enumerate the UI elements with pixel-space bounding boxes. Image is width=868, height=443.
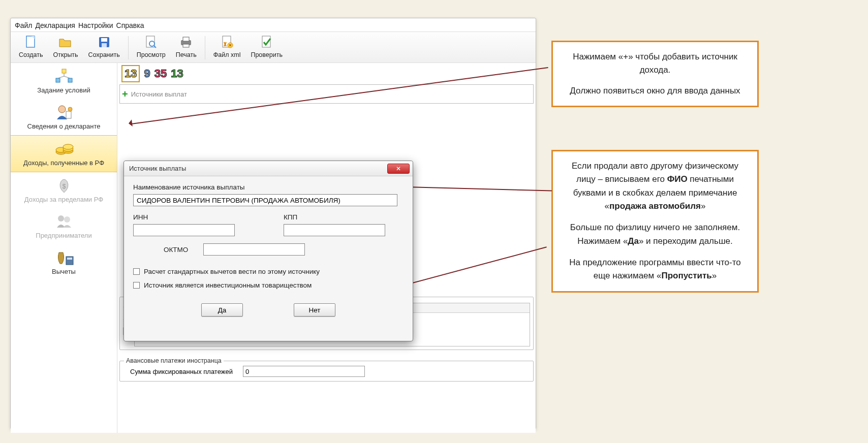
coins-icon <box>55 141 73 157</box>
open-button[interactable]: Открыть <box>48 34 83 59</box>
nav-label: Доходы, полученные в РФ <box>23 159 104 167</box>
save-button[interactable]: Сохранить <box>83 34 125 59</box>
preview-label: Просмотр <box>137 51 166 58</box>
rate-35-tab[interactable]: 35 <box>154 67 167 80</box>
preview-icon <box>144 35 158 49</box>
svg-line-18 <box>58 76 64 78</box>
nav-label: Доходы за пределами РФ <box>24 196 103 203</box>
annotation-text: Больше по физлицу ничего не заполняем. Н… <box>563 221 747 248</box>
nav-label: Сведения о декларанте <box>27 122 101 130</box>
arrowhead-icon <box>125 119 133 128</box>
svg-point-22 <box>68 107 72 111</box>
rate-9-tab[interactable]: 9 <box>144 67 150 80</box>
oktmo-label: ОКТМО <box>164 246 188 254</box>
nav-declarant[interactable]: Сведения о декларанте <box>11 99 117 135</box>
save-label: Сохранить <box>88 51 120 58</box>
chk-std-label: Расчет стандартных вычетов вести по этом… <box>144 268 320 275</box>
annotation-1: Нажимаем «+» чтобы добавить источник дох… <box>551 41 759 107</box>
printer-icon <box>179 35 193 49</box>
save-icon <box>97 35 111 49</box>
check-button[interactable]: Проверить <box>245 34 288 59</box>
annotation-2: Если продали авто другому физическому ли… <box>551 150 759 293</box>
oktmo-input[interactable] <box>203 243 305 256</box>
chk-invest-label: Источник является инвестиционным товарищ… <box>144 281 312 289</box>
nav-entrepreneurs: Предприниматели <box>11 208 117 244</box>
nav-label: Задание условий <box>37 86 90 94</box>
close-icon: ✕ <box>396 165 401 172</box>
nav-label: Вычеты <box>52 268 76 275</box>
person-icon <box>55 104 73 120</box>
yes-button[interactable]: Да <box>201 303 243 317</box>
nav-conditions[interactable]: Задание условий <box>11 63 117 99</box>
kpp-input[interactable] <box>284 224 385 236</box>
dialog-body: Наименование источника выплаты ИНН КПП О… <box>124 176 413 320</box>
svg-rect-21 <box>66 111 71 118</box>
svg-rect-4 <box>102 43 107 47</box>
svg-text:$: $ <box>62 183 66 190</box>
check-label: Проверить <box>251 51 283 58</box>
svg-rect-10 <box>183 44 189 47</box>
name-label: Наименование источника выплаты <box>133 183 404 191</box>
left-nav: Задание условий Сведения о декларанте До… <box>11 63 117 433</box>
folder-open-icon <box>58 35 73 49</box>
chk-std-row[interactable]: Расчет стандартных вычетов вести по этом… <box>133 268 404 275</box>
open-label: Открыть <box>53 51 78 58</box>
advance-panel: Авансовые платежи иностранца Сумма фикси… <box>119 361 534 382</box>
menu-settings[interactable]: Настройки <box>78 21 113 29</box>
rate-tabs: 13 9 35 13 <box>119 65 534 82</box>
menu-declaration[interactable]: Декларация <box>35 21 75 29</box>
svg-point-29 <box>58 215 64 222</box>
nav-deductions[interactable]: Вычеты <box>11 244 117 280</box>
menu-file[interactable]: Файл <box>15 21 32 29</box>
money-bag-icon: $ <box>55 177 73 194</box>
print-label: Печать <box>176 51 197 58</box>
svg-rect-3 <box>101 38 107 42</box>
add-source-button[interactable]: + <box>122 89 128 99</box>
xml-file-icon <box>220 35 234 49</box>
svg-rect-14 <box>62 69 66 73</box>
menu-bar: Файл Декларация Настройки Справка <box>11 18 536 32</box>
create-button[interactable]: Создать <box>14 34 48 59</box>
svg-rect-15 <box>56 78 60 82</box>
no-button[interactable]: Нет <box>294 303 335 317</box>
dialog-titlebar[interactable]: Источник выплаты ✕ <box>124 161 413 176</box>
print-button[interactable]: Печать <box>171 34 202 59</box>
rate-13-tab[interactable]: 13 <box>121 65 140 82</box>
annotation-text: Если продали авто другому физическому ли… <box>563 160 747 213</box>
svg-rect-16 <box>68 78 72 82</box>
new-file-icon <box>24 35 38 49</box>
svg-line-19 <box>64 76 70 78</box>
xml-button[interactable]: Файл xml <box>208 34 246 59</box>
sources-title: Источники выплат <box>131 90 187 98</box>
nav-label: Предприниматели <box>36 232 91 239</box>
preview-button[interactable]: Просмотр <box>132 34 171 59</box>
toolbar-separator <box>205 36 205 59</box>
rate-13b-tab[interactable]: 13 <box>171 67 183 80</box>
svg-rect-13 <box>262 36 270 47</box>
annotation-text: Должно появиться окно для ввода данных <box>563 84 747 98</box>
advance-label: Сумма фиксированных платежей <box>130 368 233 375</box>
people-icon <box>55 213 73 230</box>
dialog-title-text: Источник выплаты <box>129 165 186 172</box>
toolbar-separator <box>128 36 129 59</box>
checkbox-icon <box>133 268 140 275</box>
inn-label: ИНН <box>133 213 253 221</box>
svg-rect-9 <box>183 37 189 41</box>
svg-point-20 <box>58 106 66 113</box>
create-label: Создать <box>19 51 43 58</box>
inn-input[interactable] <box>133 224 235 236</box>
nav-income-foreign: $ Доходы за пределами РФ <box>11 172 117 208</box>
close-button[interactable]: ✕ <box>387 164 410 174</box>
chk-invest-row[interactable]: Источник является инвестиционным товарищ… <box>133 281 404 289</box>
svg-point-27 <box>63 144 73 149</box>
nav-income-rf[interactable]: Доходы, полученные в РФ <box>11 135 117 172</box>
check-icon <box>260 35 274 49</box>
xml-label: Файл xml <box>213 51 241 58</box>
source-name-input[interactable] <box>133 194 397 206</box>
annotation-text: На предложение программы ввести что-то е… <box>563 256 747 283</box>
conditions-icon <box>55 68 73 84</box>
menu-help[interactable]: Справка <box>116 21 144 29</box>
advance-input[interactable] <box>243 366 365 377</box>
svg-point-30 <box>64 216 70 223</box>
kpp-label: КПП <box>284 213 404 221</box>
